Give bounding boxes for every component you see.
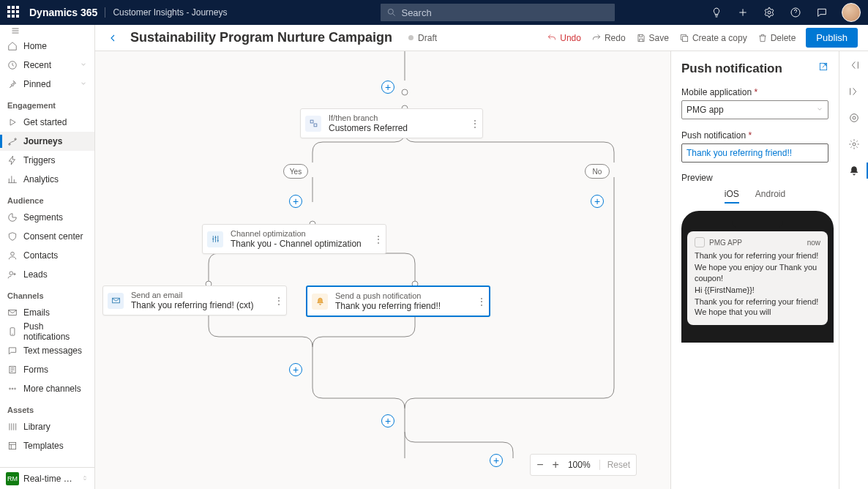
svg-point-1 xyxy=(768,11,771,14)
publish-button[interactable]: Publish xyxy=(806,28,858,48)
branch-icon xyxy=(305,116,321,132)
env-label: Real-time marketi... xyxy=(23,474,77,484)
nav-contacts[interactable]: Contacts xyxy=(0,246,94,265)
main-area: Sustainability Program Nurture Campaign … xyxy=(95,25,868,489)
status-badge: Draft xyxy=(408,33,437,43)
nav-emails[interactable]: Emails xyxy=(0,303,94,322)
environment-switcher[interactable]: RM Real-time marketi... xyxy=(0,467,94,489)
optimization-icon xyxy=(207,231,223,247)
rail-gear-icon[interactable] xyxy=(848,138,861,151)
plus-icon[interactable] xyxy=(736,6,749,19)
nav-segments[interactable]: Segments xyxy=(0,208,94,227)
rail-target-icon[interactable] xyxy=(848,111,861,124)
node-email[interactable]: Send an emailThank you referring friend!… xyxy=(102,285,287,316)
rail-bell-icon[interactable] xyxy=(848,164,861,177)
nav-recent[interactable]: Recent xyxy=(0,56,94,75)
collapse-nav-button[interactable] xyxy=(0,25,94,37)
node-menu-button[interactable]: ⋮ xyxy=(474,296,489,307)
nav-get-started[interactable]: Get started xyxy=(0,113,94,132)
zoom-level: 100% xyxy=(568,460,591,470)
nav-pinned[interactable]: Pinned xyxy=(0,75,94,94)
svg-point-16 xyxy=(402,89,408,95)
play-icon xyxy=(7,117,18,127)
zoom-reset-button[interactable]: Reset xyxy=(599,460,630,470)
app-icon xyxy=(695,237,705,247)
phone-preview: PMG APPnow Thank you for referring your … xyxy=(681,211,834,343)
zoom-out-button[interactable]: − xyxy=(536,458,543,471)
nav-consent[interactable]: Consent center xyxy=(0,227,94,246)
nav-home[interactable]: Home xyxy=(0,37,94,56)
branch-no-pill[interactable]: No xyxy=(585,164,610,179)
mobile-app-select[interactable]: PMG app xyxy=(681,100,828,119)
back-button[interactable] xyxy=(105,31,120,45)
nav-more-channels[interactable]: More channels xyxy=(0,379,94,398)
command-bar: Sustainability Program Nurture Campaign … xyxy=(95,25,868,51)
search-placeholder: Search xyxy=(401,7,431,18)
save-button[interactable]: Save xyxy=(636,33,669,43)
preview-label: Preview xyxy=(681,173,828,183)
nav-journeys[interactable]: Journeys xyxy=(0,132,94,151)
nav-library[interactable]: Library xyxy=(0,417,94,436)
lightbulb-icon[interactable] xyxy=(710,6,723,19)
help-icon[interactable] xyxy=(789,6,802,19)
node-menu-button[interactable]: ⋮ xyxy=(272,295,286,307)
phone-icon xyxy=(7,326,18,337)
nav-triggers[interactable]: Triggers xyxy=(0,151,94,170)
add-node-button[interactable]: + xyxy=(490,454,503,467)
nav-push[interactable]: Push notifications xyxy=(0,322,94,341)
create-copy-button[interactable]: Create a copy xyxy=(679,33,747,43)
right-rail xyxy=(839,51,868,489)
more-icon xyxy=(7,384,18,394)
add-node-button[interactable]: + xyxy=(381,414,394,428)
user-avatar[interactable] xyxy=(842,3,861,22)
nav-leads[interactable]: Leads xyxy=(0,265,94,284)
zoom-controls: − + 100% Reset xyxy=(530,454,637,476)
svg-point-13 xyxy=(15,388,16,389)
redo-button[interactable]: Redo xyxy=(591,33,626,43)
svg-rect-8 xyxy=(9,310,17,316)
product-name[interactable]: Dynamics 365 xyxy=(29,7,97,18)
journey-icon xyxy=(7,136,18,146)
mail-icon xyxy=(108,293,124,309)
sms-icon xyxy=(7,346,18,356)
nav-forms[interactable]: Forms xyxy=(0,360,94,379)
gear-icon[interactable] xyxy=(763,6,776,19)
svg-point-6 xyxy=(11,252,15,255)
push-notif-input[interactable]: Thank you referring friend!! xyxy=(681,143,828,163)
search-input[interactable]: Search xyxy=(381,4,615,21)
zoom-in-button[interactable]: + xyxy=(553,458,559,471)
add-node-button[interactable]: + xyxy=(381,81,394,94)
add-node-button[interactable]: + xyxy=(591,195,604,208)
chevron-down-icon xyxy=(816,105,823,115)
svg-point-12 xyxy=(12,388,13,389)
panel-title: Push notification xyxy=(681,61,828,76)
svg-point-25 xyxy=(850,114,858,122)
node-push[interactable]: Send a push notificationThank you referr… xyxy=(306,285,490,317)
branch-yes-pill[interactable]: Yes xyxy=(283,164,308,179)
delete-button[interactable]: Delete xyxy=(757,33,796,43)
add-node-button[interactable]: + xyxy=(289,195,302,208)
nav-analytics[interactable]: Analytics xyxy=(0,170,94,189)
node-ifthen[interactable]: If/then branchCustomers Referred ⋮ xyxy=(300,108,483,138)
app-launcher[interactable] xyxy=(7,6,20,19)
chat-icon[interactable] xyxy=(815,6,828,19)
svg-point-0 xyxy=(389,9,394,14)
properties-panel: Push notification Mobile application * P… xyxy=(670,51,839,489)
tab-ios[interactable]: iOS xyxy=(725,189,739,204)
rail-exit-icon[interactable] xyxy=(848,85,861,98)
node-channel-optimization[interactable]: Channel optimizationThank you - Channel … xyxy=(202,224,386,254)
svg-point-26 xyxy=(853,116,856,119)
bolt-icon xyxy=(7,155,18,165)
popout-icon[interactable] xyxy=(818,61,828,74)
nav-text[interactable]: Text messages xyxy=(0,341,94,360)
add-node-button[interactable]: + xyxy=(289,363,302,376)
undo-button[interactable]: Undo xyxy=(547,33,581,43)
svg-rect-14 xyxy=(9,442,15,449)
product-area[interactable]: Customer Insights - Journeys xyxy=(105,7,227,18)
node-menu-button[interactable]: ⋮ xyxy=(371,234,386,245)
journey-canvas[interactable]: + If/then branchCustomers Referred ⋮ Yes… xyxy=(95,51,670,489)
rail-expand-icon[interactable] xyxy=(848,59,861,72)
nav-templates[interactable]: Templates xyxy=(0,436,94,455)
tab-android[interactable]: Android xyxy=(755,189,785,204)
node-menu-button[interactable]: ⋮ xyxy=(468,118,482,130)
